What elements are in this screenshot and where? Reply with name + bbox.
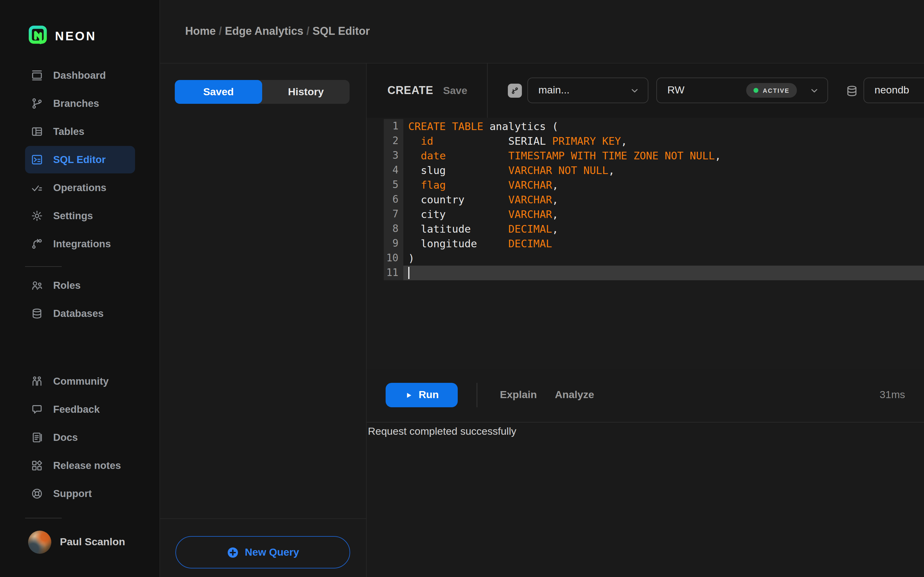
sidebar-item-roles[interactable]: Roles (25, 272, 135, 299)
sidebar-item-label: Integrations (53, 238, 111, 250)
support-icon (31, 487, 44, 500)
neon-logo[interactable]: NEON (29, 26, 97, 47)
save-button[interactable]: Save (443, 63, 467, 118)
sidebar-item-label: Release notes (53, 460, 121, 471)
topbar: Home / Edge Analytics / SQL Editor (160, 0, 924, 63)
sidebar-item-settings[interactable]: Settings (25, 202, 135, 230)
sidebar-item-sql-editor[interactable]: SQL Editor (25, 146, 135, 173)
sidebar-divider (25, 518, 62, 518)
saved-history-toggle: SavedHistory (175, 80, 350, 104)
sidebar-item-label: Settings (53, 210, 93, 222)
results-divider (367, 422, 924, 422)
neon-logo-icon (29, 26, 47, 47)
line-number-gutter: 1234567891011 (384, 119, 403, 280)
line-number: 1 (384, 119, 403, 134)
sidebar-divider (25, 266, 62, 267)
line-number: 10 (384, 251, 403, 266)
sidebar-item-label: SQL Editor (53, 154, 106, 166)
new-query-label: New Query (245, 546, 299, 558)
docs-icon (31, 431, 44, 444)
text-cursor (408, 267, 409, 279)
settings-icon (31, 210, 44, 222)
branch-select-value: main... (538, 84, 570, 97)
code-lines: CREATE TABLE analytics ( id SERIAL PRIMA… (367, 119, 924, 280)
code-line: slug VARCHAR NOT NULL, (367, 163, 924, 178)
sidebar-item-label: Community (53, 376, 109, 387)
sql-code-editor[interactable]: CREATE TABLE analytics ( id SERIAL PRIMA… (367, 118, 924, 369)
sidebar-item-label: Docs (53, 432, 78, 443)
dashboard-icon (31, 69, 44, 82)
databases-icon (31, 307, 44, 320)
sidebar-item-label: Dashboard (53, 69, 106, 81)
sidebar-item-dashboard[interactable]: Dashboard (25, 62, 135, 89)
status-dot-icon (753, 88, 758, 93)
sidebar-item-label: Branches (53, 98, 99, 109)
branch-icon-button[interactable] (508, 84, 522, 98)
line-number: 4 (384, 163, 403, 178)
avatar (28, 530, 51, 554)
sidebar-item-label: Feedback (53, 404, 100, 415)
branches-icon (31, 97, 44, 110)
sidebar-nav-main: DashboardBranchesTablesSQL EditorOperati… (25, 62, 135, 258)
code-line: longitude DECIMAL (367, 236, 924, 251)
sidebar-item-label: Tables (53, 126, 84, 137)
operations-icon (31, 181, 44, 194)
sidebar-item-support[interactable]: Support (25, 480, 135, 508)
branch-select[interactable]: main... (527, 77, 648, 103)
line-number: 2 (384, 134, 403, 148)
tab-saved[interactable]: Saved (175, 80, 262, 104)
line-number: 8 (384, 222, 403, 236)
query-duration: 31ms (880, 369, 905, 421)
explain-button[interactable]: Explain (496, 369, 541, 421)
chevron-down-icon (630, 85, 640, 95)
sidebar-item-feedback[interactable]: Feedback (25, 396, 135, 423)
database-icon (845, 84, 859, 98)
result-message: Request completed successfully (368, 425, 516, 438)
database-select[interactable]: neondb (864, 77, 924, 103)
run-button-label: Run (418, 389, 439, 401)
run-button[interactable]: Run (386, 383, 458, 407)
sidebar-item-label: Operations (53, 182, 106, 193)
code-line: date TIMESTAMP WITH TIME ZONE NOT NULL, (367, 148, 924, 163)
brand-name: NEON (55, 29, 97, 43)
sidebar-item-operations[interactable]: Operations (25, 174, 135, 201)
analyze-button[interactable]: Analyze (551, 369, 598, 421)
branch-icon (510, 86, 519, 95)
breadcrumb-separator: / (304, 25, 313, 38)
sidebar-item-community[interactable]: Community (25, 367, 135, 395)
code-line: CREATE TABLE analytics ( (367, 119, 924, 134)
sidebar-item-branches[interactable]: Branches (25, 90, 135, 117)
status-badge: ACTIVE (746, 83, 797, 98)
tab-history[interactable]: History (262, 80, 350, 104)
community-icon (31, 375, 44, 388)
user-name: Paul Scanlon (60, 536, 125, 548)
integrations-icon (31, 237, 44, 250)
sidebar-item-release-notes[interactable]: Release notes (25, 452, 135, 479)
user-menu[interactable]: Paul Scanlon (28, 530, 125, 554)
run-bar-divider (477, 383, 477, 407)
compute-select[interactable]: RW ACTIVE (656, 77, 828, 103)
breadcrumb-item-edge-analytics[interactable]: Edge Analytics (225, 25, 304, 38)
sidebar-item-label: Support (53, 488, 92, 500)
breadcrumb-separator: / (216, 25, 225, 38)
line-number: 5 (384, 178, 403, 192)
sidebar-item-docs[interactable]: Docs (25, 424, 135, 451)
sidebar-item-databases[interactable]: Databases (25, 300, 135, 327)
tables-icon (31, 125, 44, 138)
breadcrumb-item-sql-editor[interactable]: SQL Editor (313, 25, 370, 38)
sidebar-nav-support: CommunityFeedbackDocsRelease notesSuppor… (25, 367, 135, 508)
sidebar-item-label: Roles (53, 280, 81, 291)
sidebar-item-integrations[interactable]: Integrations (25, 230, 135, 258)
line-number: 9 (384, 236, 403, 251)
code-line: city VARCHAR, (367, 207, 924, 222)
code-line: ) (367, 251, 924, 266)
breadcrumb-item-home[interactable]: Home (185, 25, 216, 38)
queries-panel: SavedHistory New Query (160, 63, 367, 577)
sidebar-item-tables[interactable]: Tables (25, 118, 135, 145)
compute-select-value: RW (667, 84, 685, 97)
queries-panel-footer: New Query (160, 518, 366, 577)
editor-panel: CREATE Save main... RW (367, 63, 924, 577)
code-line: country VARCHAR, (367, 192, 924, 207)
new-query-button[interactable]: New Query (175, 536, 350, 569)
line-number: 3 (384, 148, 403, 163)
